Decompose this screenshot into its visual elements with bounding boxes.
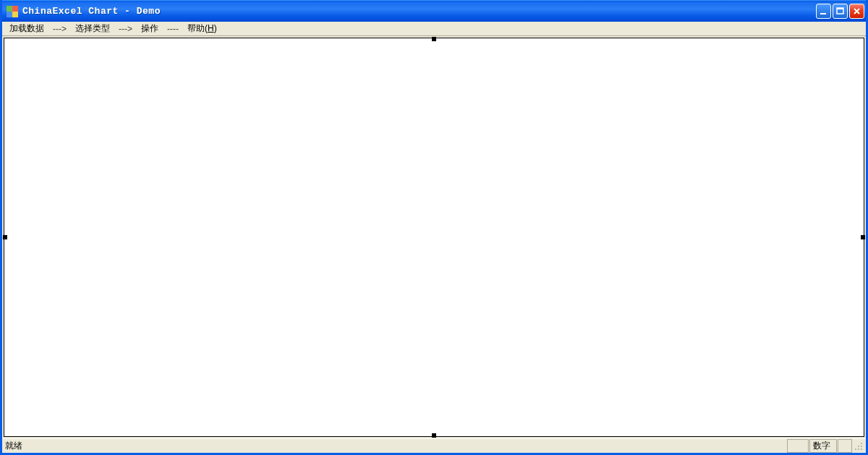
- svg-point-8: [861, 443, 862, 444]
- svg-point-5: [861, 446, 862, 447]
- title-bar[interactable]: ChinaExcel Chart - Demo: [2, 0, 866, 22]
- resize-handle-right[interactable]: [861, 235, 865, 239]
- resize-handle-bottom[interactable]: [432, 433, 436, 438]
- minimize-button[interactable]: [816, 4, 831, 19]
- menu-help[interactable]: 帮助(H): [183, 22, 221, 35]
- window-title: ChinaExcel Chart - Demo: [22, 6, 816, 17]
- status-pane-num: 数字: [809, 439, 837, 453]
- menu-load-data[interactable]: 加载数据: [5, 22, 48, 35]
- menu-operate[interactable]: 操作: [137, 22, 163, 35]
- svg-point-3: [861, 448, 862, 450]
- status-pane-scrl: [838, 439, 852, 453]
- app-window: ChinaExcel Chart - Demo 加载数据 ---> 选择类型 -…: [0, 0, 868, 455]
- svg-point-6: [855, 448, 856, 450]
- resize-grip-icon[interactable]: [853, 439, 864, 453]
- menu-bar: 加载数据 ---> 选择类型 ---> 操作 ---- 帮助(H): [2, 22, 866, 36]
- svg-rect-2: [837, 8, 843, 9]
- resize-handle-left[interactable]: [3, 235, 7, 239]
- svg-point-4: [858, 448, 859, 450]
- svg-rect-0: [820, 13, 826, 14]
- resize-handle-top[interactable]: [432, 37, 436, 41]
- menu-separator: --->: [48, 23, 71, 35]
- status-bar: 就绪 数字: [2, 438, 866, 453]
- status-ready: 就绪: [4, 440, 787, 452]
- menu-select-type[interactable]: 选择类型: [71, 22, 114, 35]
- app-icon: [7, 6, 18, 17]
- status-panes: 数字: [787, 439, 864, 453]
- maximize-button[interactable]: [833, 4, 848, 19]
- status-pane-caps: [787, 439, 809, 453]
- menu-separator: --->: [114, 23, 137, 35]
- chart-canvas[interactable]: [4, 38, 864, 437]
- svg-point-7: [858, 446, 859, 447]
- close-button[interactable]: [849, 4, 864, 19]
- window-buttons: [816, 4, 864, 19]
- menu-separator: ----: [163, 23, 183, 35]
